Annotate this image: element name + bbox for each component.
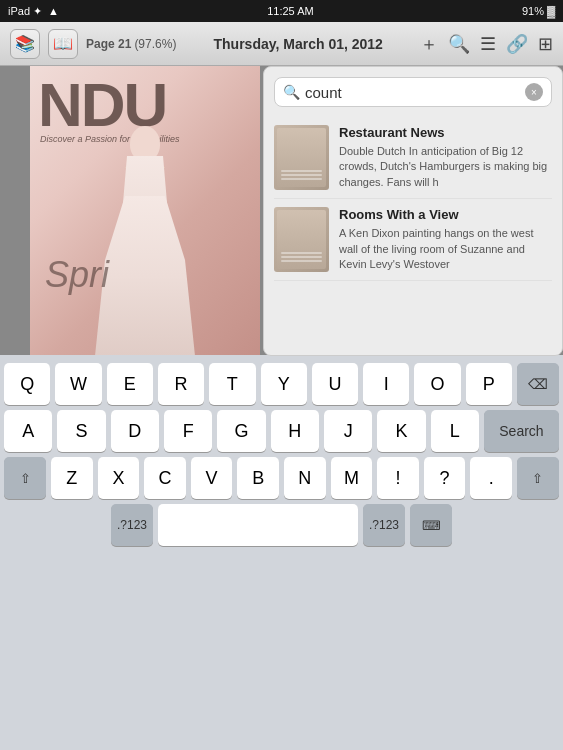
magazine-season: Spri xyxy=(45,254,109,296)
keyboard-row-4: .?123 .?123 ⌨ xyxy=(0,504,563,546)
search-input[interactable] xyxy=(305,84,525,101)
key-h[interactable]: H xyxy=(271,410,319,452)
toolbar: 📚 📖 Page 21 (97.6%) Thursday, March 01, … xyxy=(0,22,563,66)
thumb-line xyxy=(281,178,322,180)
thumb-line xyxy=(281,256,322,258)
ipad-label: iPad ✦ xyxy=(8,5,42,18)
library-button[interactable]: 📚 xyxy=(10,29,40,59)
num-key-left[interactable]: .?123 xyxy=(111,504,153,546)
key-m[interactable]: M xyxy=(331,457,373,499)
thumb-lines-2 xyxy=(281,252,322,264)
thumb-line xyxy=(281,174,322,176)
emoji-key[interactable]: ⌨ xyxy=(410,504,452,546)
key-p[interactable]: P xyxy=(466,363,512,405)
result-desc-1: Double Dutch In anticipation of Big 12 c… xyxy=(339,144,552,190)
key-y[interactable]: Y xyxy=(261,363,307,405)
status-right: 91% ▓ xyxy=(522,5,555,17)
key-period[interactable]: . xyxy=(470,457,512,499)
list-button[interactable]: ☰ xyxy=(480,33,496,55)
key-question[interactable]: ? xyxy=(424,457,466,499)
key-n[interactable]: N xyxy=(284,457,326,499)
key-r[interactable]: R xyxy=(158,363,204,405)
key-z[interactable]: Z xyxy=(51,457,93,499)
status-bar: iPad ✦ ▲ 11:25 AM 91% ▓ xyxy=(0,0,563,22)
key-t[interactable]: T xyxy=(209,363,255,405)
num-key-right[interactable]: .?123 xyxy=(363,504,405,546)
shift-key-right[interactable]: ⇧ xyxy=(517,457,559,499)
toolbar-left: 📚 📖 Page 21 (97.6%) xyxy=(10,29,176,59)
head-shape xyxy=(130,126,160,161)
space-key[interactable] xyxy=(158,504,358,546)
toolbar-date: Thursday, March 01, 2012 xyxy=(214,36,383,52)
key-x[interactable]: X xyxy=(98,457,140,499)
shift-key-left[interactable]: ⇧ xyxy=(4,457,46,499)
key-b[interactable]: B xyxy=(237,457,279,499)
key-c[interactable]: C xyxy=(144,457,186,499)
toolbar-right: ＋ 🔍 ☰ 🔗 ⊞ xyxy=(420,32,553,56)
key-j[interactable]: J xyxy=(324,410,372,452)
result-text-2: Rooms With a View A Ken Dixon painting h… xyxy=(339,207,552,272)
delete-key[interactable]: ⌫ xyxy=(517,363,559,405)
keyboard-row-2: A S D F G H J K L Search xyxy=(0,410,563,452)
key-o[interactable]: O xyxy=(414,363,460,405)
thumb-line xyxy=(281,252,322,254)
key-e[interactable]: E xyxy=(107,363,153,405)
thumb-inner-1 xyxy=(277,128,326,187)
result-text-1: Restaurant News Double Dutch In anticipa… xyxy=(339,125,552,190)
add-button[interactable]: ＋ xyxy=(420,32,438,56)
keyboard-row-3: ⇧ Z X C V B N M ! ? . ⇧ xyxy=(0,457,563,499)
grid-button[interactable]: ⊞ xyxy=(538,33,553,55)
search-overlay: 🔍 × Restaurant News Double Dutch In an xyxy=(263,66,563,356)
keyboard: Q W E R T Y U I O P ⌫ A S D F G H J K L … xyxy=(0,355,563,750)
result-thumb-2 xyxy=(274,207,329,272)
status-time: 11:25 AM xyxy=(267,5,313,17)
toc-icon: 📖 xyxy=(53,34,73,53)
toc-button[interactable]: 📖 xyxy=(48,29,78,59)
wifi-icon: ▲ xyxy=(48,5,59,17)
result-title-2: Rooms With a View xyxy=(339,207,552,222)
key-exclaim[interactable]: ! xyxy=(377,457,419,499)
person-figure xyxy=(75,116,215,356)
result-desc-2: A Ken Dixon painting hangs on the west w… xyxy=(339,226,552,272)
thumb-inner-2 xyxy=(277,210,326,269)
key-i[interactable]: I xyxy=(363,363,409,405)
keyboard-row-1: Q W E R T Y U I O P ⌫ xyxy=(0,363,563,405)
zoom-level: (97.6%) xyxy=(134,37,176,51)
status-left: iPad ✦ ▲ xyxy=(8,5,59,18)
search-glass-icon: 🔍 xyxy=(283,84,300,100)
key-a[interactable]: A xyxy=(4,410,52,452)
thumb-line xyxy=(281,170,322,172)
page-number: Page 21 xyxy=(86,37,131,51)
library-icon: 📚 xyxy=(15,34,35,53)
dress-body-shape xyxy=(95,196,195,356)
key-f[interactable]: F xyxy=(164,410,212,452)
key-s[interactable]: S xyxy=(57,410,105,452)
key-d[interactable]: D xyxy=(111,410,159,452)
search-clear-button[interactable]: × xyxy=(525,83,543,101)
key-w[interactable]: W xyxy=(55,363,101,405)
thumb-lines-1 xyxy=(281,170,322,182)
key-q[interactable]: Q xyxy=(4,363,50,405)
key-v[interactable]: V xyxy=(191,457,233,499)
key-l[interactable]: L xyxy=(431,410,479,452)
magazine-cover: NDU Discover a Passion for Possibilities… xyxy=(30,66,260,356)
battery-label: 91% ▓ xyxy=(522,5,555,17)
result-title-1: Restaurant News xyxy=(339,125,552,140)
page-indicator: Page 21 (97.6%) xyxy=(86,37,176,51)
search-button[interactable]: 🔍 xyxy=(448,33,470,55)
search-result-2[interactable]: Rooms With a View A Ken Dixon painting h… xyxy=(274,199,552,281)
clear-icon: × xyxy=(531,87,537,98)
key-u[interactable]: U xyxy=(312,363,358,405)
thumb-line xyxy=(281,260,322,262)
search-bar[interactable]: 🔍 × xyxy=(274,77,552,107)
search-action-key[interactable]: Search xyxy=(484,410,559,452)
key-k[interactable]: K xyxy=(377,410,425,452)
key-g[interactable]: G xyxy=(217,410,265,452)
search-result-1[interactable]: Restaurant News Double Dutch In anticipa… xyxy=(274,117,552,199)
content-area: NDU Discover a Passion for Possibilities… xyxy=(0,66,563,356)
result-thumb-1 xyxy=(274,125,329,190)
link-button[interactable]: 🔗 xyxy=(506,33,528,55)
